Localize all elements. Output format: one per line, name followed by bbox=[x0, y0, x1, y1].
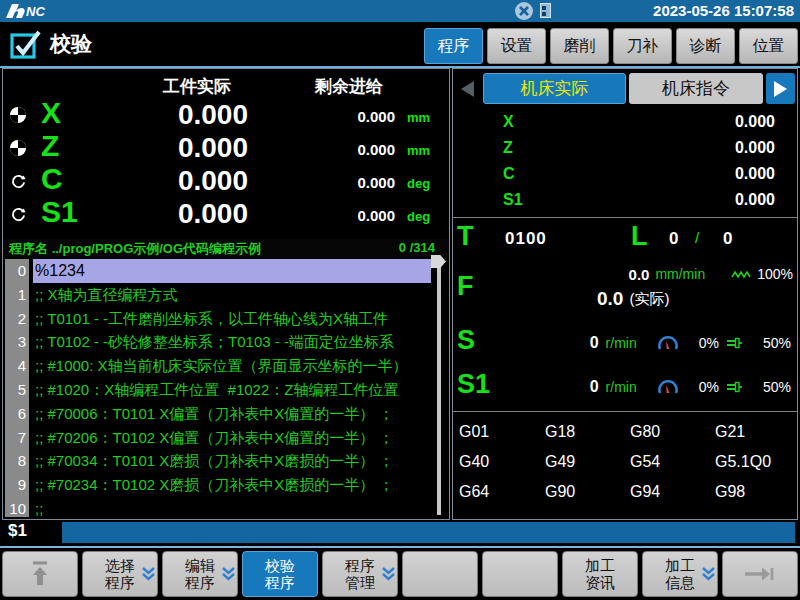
gcode: G21 bbox=[715, 417, 793, 447]
tab-settings[interactable]: 设置 bbox=[487, 28, 546, 64]
axis-unit: mm bbox=[407, 143, 430, 158]
gcode: G5.1Q0 bbox=[715, 447, 793, 477]
gcode: G01 bbox=[459, 417, 545, 447]
program-line[interactable]: 0%1234 bbox=[5, 259, 447, 283]
up-arrow-icon bbox=[29, 560, 51, 588]
line-text: ;; X轴为直径编程方式 bbox=[35, 283, 431, 307]
program-listing: 0%1234 1;; X轴为直径编程方式 2;; T0101 - -工件磨削坐标… bbox=[5, 259, 447, 517]
s-label: S bbox=[457, 325, 475, 355]
prev-page-arrow-icon[interactable] bbox=[455, 73, 480, 104]
page-title: 校验 bbox=[50, 22, 92, 66]
axis-actual-value: 0.000 bbox=[83, 165, 248, 197]
tab-tool-comp[interactable]: 刀补 bbox=[613, 28, 672, 64]
tab-diagnosis[interactable]: 诊断 bbox=[676, 28, 735, 64]
chevron-down-icon bbox=[141, 567, 156, 581]
spindle-speed: 0 bbox=[590, 378, 599, 396]
line-text: %1234 bbox=[33, 259, 431, 283]
axis-unit: deg bbox=[407, 209, 430, 224]
storage-indicator-icon bbox=[540, 3, 551, 18]
line-number: 3 bbox=[5, 330, 29, 354]
line-number: 2 bbox=[5, 307, 29, 331]
softkey-machining-message[interactable]: 加工信息 bbox=[642, 551, 718, 597]
divider bbox=[453, 411, 797, 412]
feed-actual-value: 0.0 bbox=[597, 288, 623, 310]
tab-machine-command[interactable]: 机床指令 bbox=[629, 73, 763, 104]
scrollbar[interactable] bbox=[437, 259, 441, 515]
spindle-override-icon bbox=[726, 337, 743, 349]
program-line[interactable]: 10;; bbox=[5, 497, 447, 517]
softkey-next-menu-button[interactable] bbox=[722, 551, 798, 597]
spindle-override-percent: 50% bbox=[763, 379, 791, 395]
spindle-row-s1: S1 0 r/min 0% 50% bbox=[457, 369, 800, 407]
program-line[interactable]: 9;; #70234：T0102 X磨损（刀补表中X磨损的一半） ； bbox=[5, 473, 447, 497]
close-icon[interactable] bbox=[515, 2, 533, 20]
tab-program[interactable]: 程序 bbox=[424, 28, 483, 64]
softkey-program-manage[interactable]: 程序管理 bbox=[322, 551, 398, 597]
spindle-override-icon bbox=[726, 381, 743, 393]
spindle-row-s: S 0 r/min 0% 50% bbox=[457, 325, 800, 363]
program-line[interactable]: 8;; #70034：T0101 X磨损（刀补表中X磨损的一半） ； bbox=[5, 449, 447, 473]
next-page-arrow-icon[interactable] bbox=[766, 73, 795, 104]
axis-row-s1: S1 0.000 0.000 deg bbox=[3, 198, 449, 231]
axis-row-z: Z 0.000 0.000 mm bbox=[3, 132, 449, 165]
softkey-select-program[interactable]: 选择程序 bbox=[82, 551, 158, 597]
line-text: ;; #1000: X轴当前机床实际位置（界面显示坐标的一半） bbox=[35, 354, 431, 378]
gcode: G40 bbox=[459, 447, 545, 477]
chevron-down-icon bbox=[381, 567, 396, 581]
program-line[interactable]: 2;; T0101 - -工件磨削坐标系，以工件轴心线为X轴工件 bbox=[5, 307, 447, 331]
program-path: 程序名 ../prog/PROG示例/OG代码编程示例 bbox=[9, 240, 261, 258]
softkey-machining-info[interactable]: 加工资讯 bbox=[562, 551, 638, 597]
spindle-override-percent: 50% bbox=[763, 335, 791, 351]
axis-remaining-value: 0.000 bbox=[283, 174, 395, 191]
column-header-remaining: 剩余进给 bbox=[315, 75, 383, 98]
top-tab-strip: 程序 设置 磨削 刀补 诊断 位置 bbox=[424, 28, 798, 64]
program-line[interactable]: 5;; #1020：X轴编程工件位置 #1022：Z轴编程工件位置 bbox=[5, 378, 447, 402]
axis-name: X bbox=[41, 96, 61, 130]
softkey-page-up-button[interactable] bbox=[2, 551, 78, 597]
line-number: 10 bbox=[5, 497, 29, 517]
program-line-position: 0 /314 bbox=[399, 240, 435, 255]
softkey-verify-program[interactable]: 校验程序 bbox=[242, 551, 318, 597]
program-line[interactable]: 6;; #70006：T0101 X偏置（刀补表中X偏置的一半） ； bbox=[5, 402, 447, 426]
datum-icon bbox=[9, 106, 27, 124]
line-number: 6 bbox=[5, 402, 29, 426]
program-line[interactable]: 1;; X轴为直径编程方式 bbox=[5, 283, 447, 307]
axis-name: X bbox=[503, 113, 514, 131]
column-header-actual: 工件实际 bbox=[163, 75, 231, 98]
channel-status-strip: $1 bbox=[0, 520, 800, 546]
axis-name: S1 bbox=[41, 195, 78, 229]
axis-name: C bbox=[41, 162, 63, 196]
program-header: 程序名 ../prog/PROG示例/OG代码编程示例 0 /314 bbox=[3, 239, 449, 259]
axis-remaining-value: 0.000 bbox=[283, 207, 395, 224]
status-progress-bar bbox=[62, 522, 795, 543]
line-number: 5 bbox=[5, 378, 29, 402]
tab-grinding[interactable]: 磨削 bbox=[550, 28, 609, 64]
tab-machine-actual[interactable]: 机床实际 bbox=[483, 73, 626, 104]
program-line[interactable]: 4;; #1000: X轴当前机床实际位置（界面显示坐标的一半） bbox=[5, 354, 447, 378]
axis-value: 0.000 bbox=[735, 165, 775, 183]
rotary-axis-icon bbox=[11, 207, 26, 222]
chevron-down-icon bbox=[221, 567, 236, 581]
program-line[interactable]: 3;; T0102 - -砂轮修整坐标系；T0103 - -端面定位坐标系 bbox=[5, 330, 447, 354]
axis-actual-value: 0.000 bbox=[83, 99, 248, 131]
gcode: G80 bbox=[630, 417, 715, 447]
program-line[interactable]: 7;; #70206：T0102 X偏置（刀补表中X偏置的一半） ； bbox=[5, 426, 447, 450]
softkey-blank bbox=[482, 551, 558, 597]
feed-unit: mm/min bbox=[655, 266, 705, 282]
machine-axis-row: C 0.000 bbox=[453, 163, 797, 189]
tab-position[interactable]: 位置 bbox=[739, 28, 798, 64]
machine-axis-row: Z 0.000 bbox=[453, 137, 797, 163]
softkey-edit-program[interactable]: 编辑程序 bbox=[162, 551, 238, 597]
axis-actual-value: 0.000 bbox=[83, 198, 248, 230]
axis-row-x: X 0.000 0.000 mm bbox=[3, 99, 449, 132]
datum-icon bbox=[9, 139, 27, 157]
line-text: ;; #70034：T0101 X磨损（刀补表中X磨损的一半） ； bbox=[35, 449, 431, 473]
spindle-load-percent: 0% bbox=[699, 379, 719, 395]
gcode: G90 bbox=[545, 477, 630, 507]
right-arrow-icon bbox=[743, 566, 777, 582]
axis-remaining-value: 0.000 bbox=[283, 141, 395, 158]
axis-name: Z bbox=[41, 129, 59, 163]
axis-name: S1 bbox=[503, 191, 523, 209]
hnc-logo: NC bbox=[5, 3, 55, 19]
l-label: L bbox=[631, 221, 648, 252]
